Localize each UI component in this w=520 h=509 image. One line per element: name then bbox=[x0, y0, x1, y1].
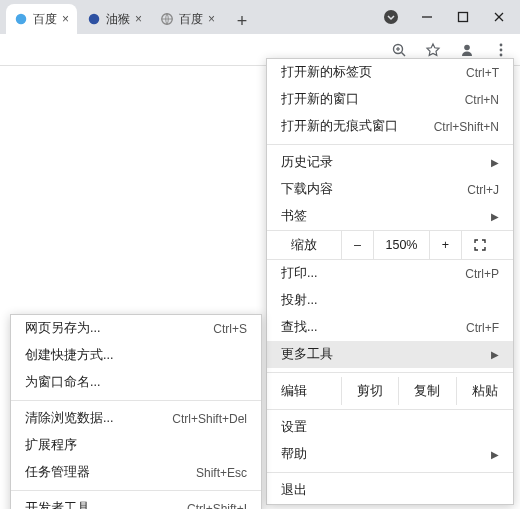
close-button[interactable] bbox=[490, 8, 508, 26]
menu-print[interactable]: 打印...Ctrl+P bbox=[267, 260, 513, 287]
menu-label: 历史记录 bbox=[281, 154, 333, 171]
copy-button[interactable]: 复制 bbox=[398, 377, 455, 405]
menu-label: 查找... bbox=[281, 319, 317, 336]
menu-shortcut: Ctrl+T bbox=[466, 66, 499, 80]
svg-point-3 bbox=[384, 10, 398, 24]
separator bbox=[11, 490, 261, 491]
separator bbox=[267, 372, 513, 373]
profile-icon[interactable] bbox=[458, 41, 476, 59]
menu-label: 投射... bbox=[281, 292, 317, 309]
submenu-dev-tools[interactable]: 开发者工具Ctrl+Shift+I bbox=[11, 495, 261, 509]
star-icon[interactable] bbox=[424, 41, 442, 59]
menu-downloads[interactable]: 下载内容Ctrl+J bbox=[267, 176, 513, 203]
fullscreen-button[interactable] bbox=[461, 231, 497, 259]
svg-point-1 bbox=[89, 14, 100, 25]
svg-point-14 bbox=[500, 48, 503, 51]
separator bbox=[11, 400, 261, 401]
more-tools-submenu: 网页另存为...Ctrl+S 创建快捷方式... 为窗口命名... 清除浏览数据… bbox=[10, 314, 262, 509]
menu-label: 书签 bbox=[281, 208, 307, 225]
menu-shortcut: Ctrl+Shift+I bbox=[187, 502, 247, 510]
menu-shortcut: Ctrl+Shift+N bbox=[434, 120, 499, 134]
chevron-right-icon: ▶ bbox=[491, 211, 499, 222]
favicon-icon bbox=[14, 12, 28, 26]
menu-help[interactable]: 帮助▶ bbox=[267, 441, 513, 468]
submenu-clear-data[interactable]: 清除浏览数据...Ctrl+Shift+Del bbox=[11, 405, 261, 432]
menu-label: 打开新的标签页 bbox=[281, 64, 372, 81]
menu-icon[interactable] bbox=[492, 41, 510, 59]
edit-label: 编辑 bbox=[267, 383, 341, 400]
menu-label: 开发者工具 bbox=[25, 500, 90, 509]
chevron-right-icon: ▶ bbox=[491, 449, 499, 460]
close-icon[interactable]: × bbox=[135, 12, 142, 26]
menu-label: 打开新的无痕式窗口 bbox=[281, 118, 398, 135]
menu-shortcut: Ctrl+N bbox=[465, 93, 499, 107]
menu-label: 帮助 bbox=[281, 446, 307, 463]
zoom-in-button[interactable]: + bbox=[429, 231, 461, 259]
tab-bar: 百度 × 油猴 × 百度 × + bbox=[0, 0, 520, 34]
svg-point-0 bbox=[16, 14, 27, 25]
menu-shortcut: Shift+Esc bbox=[196, 466, 247, 480]
chevron-right-icon: ▶ bbox=[491, 349, 499, 360]
svg-rect-5 bbox=[459, 13, 468, 22]
tab-2[interactable]: 百度 × bbox=[152, 4, 223, 34]
svg-point-13 bbox=[500, 43, 503, 46]
close-icon[interactable]: × bbox=[208, 12, 215, 26]
submenu-create-shortcut[interactable]: 创建快捷方式... bbox=[11, 342, 261, 369]
submenu-save-as[interactable]: 网页另存为...Ctrl+S bbox=[11, 315, 261, 342]
menu-cast[interactable]: 投射... bbox=[267, 287, 513, 314]
zoom-label: 缩放 bbox=[267, 237, 341, 254]
menu-more-tools[interactable]: 更多工具▶ bbox=[267, 341, 513, 368]
menu-find[interactable]: 查找...Ctrl+F bbox=[267, 314, 513, 341]
zoom-out-button[interactable]: – bbox=[341, 231, 373, 259]
submenu-task-manager[interactable]: 任务管理器Shift+Esc bbox=[11, 459, 261, 486]
zoom-value: 150% bbox=[373, 231, 429, 259]
menu-shortcut: Ctrl+J bbox=[467, 183, 499, 197]
minimize-button[interactable] bbox=[418, 8, 436, 26]
favicon-icon bbox=[87, 12, 101, 26]
menu-edit-row: 编辑 剪切 复制 粘贴 bbox=[267, 377, 513, 405]
close-icon[interactable]: × bbox=[62, 12, 69, 26]
menu-label: 更多工具 bbox=[281, 346, 333, 363]
menu-new-window[interactable]: 打开新的窗口Ctrl+N bbox=[267, 86, 513, 113]
tab-title: 百度 bbox=[33, 11, 57, 28]
menu-shortcut: Ctrl+F bbox=[466, 321, 499, 335]
menu-label: 网页另存为... bbox=[25, 320, 100, 337]
menu-settings[interactable]: 设置 bbox=[267, 414, 513, 441]
maximize-button[interactable] bbox=[454, 8, 472, 26]
menu-shortcut: Ctrl+P bbox=[465, 267, 499, 281]
menu-label: 任务管理器 bbox=[25, 464, 90, 481]
menu-label: 扩展程序 bbox=[25, 437, 77, 454]
tab-1[interactable]: 油猴 × bbox=[79, 4, 150, 34]
menu-label: 创建快捷方式... bbox=[25, 347, 113, 364]
menu-label: 打印... bbox=[281, 265, 317, 282]
separator bbox=[267, 472, 513, 473]
tab-title: 油猴 bbox=[106, 11, 130, 28]
menu-label: 退出 bbox=[281, 482, 307, 499]
menu-history[interactable]: 历史记录▶ bbox=[267, 149, 513, 176]
zoom-icon[interactable] bbox=[390, 41, 408, 59]
tab-title: 百度 bbox=[179, 11, 203, 28]
menu-shortcut: Ctrl+Shift+Del bbox=[172, 412, 247, 426]
menu-zoom-row: 缩放 – 150% + bbox=[267, 230, 513, 260]
svg-point-12 bbox=[464, 44, 470, 50]
svg-line-9 bbox=[402, 52, 406, 56]
menu-bookmarks[interactable]: 书签▶ bbox=[267, 203, 513, 230]
menu-exit[interactable]: 退出 bbox=[267, 477, 513, 504]
chevron-right-icon: ▶ bbox=[491, 157, 499, 168]
separator bbox=[267, 409, 513, 410]
submenu-extensions[interactable]: 扩展程序 bbox=[11, 432, 261, 459]
cut-button[interactable]: 剪切 bbox=[341, 377, 398, 405]
menu-new-incognito[interactable]: 打开新的无痕式窗口Ctrl+Shift+N bbox=[267, 113, 513, 140]
chevron-down-icon[interactable] bbox=[382, 8, 400, 26]
window-controls bbox=[374, 0, 520, 34]
menu-label: 为窗口命名... bbox=[25, 374, 100, 391]
menu-label: 清除浏览数据... bbox=[25, 410, 113, 427]
paste-button[interactable]: 粘贴 bbox=[456, 377, 513, 405]
tab-0[interactable]: 百度 × bbox=[6, 4, 77, 34]
browser-main-menu: 打开新的标签页Ctrl+T 打开新的窗口Ctrl+N 打开新的无痕式窗口Ctrl… bbox=[266, 58, 514, 505]
menu-new-tab[interactable]: 打开新的标签页Ctrl+T bbox=[267, 59, 513, 86]
submenu-name-window[interactable]: 为窗口命名... bbox=[11, 369, 261, 396]
menu-label: 设置 bbox=[281, 419, 307, 436]
svg-point-15 bbox=[500, 53, 503, 56]
new-tab-button[interactable]: + bbox=[229, 8, 255, 34]
